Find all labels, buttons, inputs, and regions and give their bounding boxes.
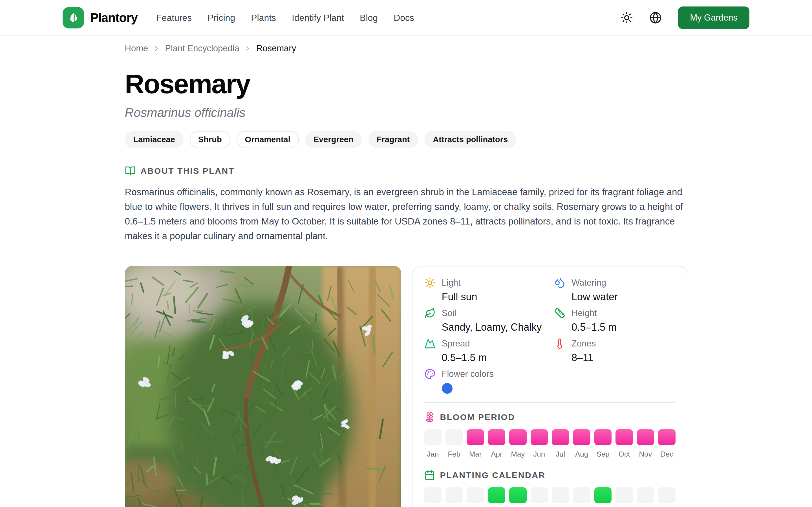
- tag-evergreen[interactable]: Evergreen: [305, 131, 362, 148]
- bloom-month-cell-jun: [530, 429, 548, 445]
- bloom-month-cell-dec: [658, 429, 675, 445]
- attribute-header: Light: [424, 277, 546, 288]
- main-content: HomePlant EncyclopediaRosemary Rosemary …: [125, 43, 688, 507]
- planting-month-cell-dec: [658, 487, 675, 503]
- about-section-header: ABOUT THIS PLANT: [125, 166, 688, 176]
- attribute-watering: WateringLow water: [554, 277, 675, 303]
- bloom-month-cell-sep: [594, 429, 612, 445]
- bloom-month-cell-may: [509, 429, 526, 445]
- top-navbar: Plantory FeaturesPricingPlantsIdentify P…: [0, 0, 812, 36]
- month-label: Aug: [573, 450, 590, 459]
- tag-lamiaceae[interactable]: Lamiaceae: [125, 131, 184, 148]
- planting-calendar-header: PLANTING CALENDAR: [424, 470, 675, 481]
- attribute-header: Spread: [424, 338, 546, 349]
- attribute-header: Soil: [424, 307, 546, 319]
- attribute-value: 0.5–1.5 m: [571, 321, 675, 334]
- tag-ornamental[interactable]: Ornamental: [237, 131, 299, 148]
- month-label: Sep: [594, 450, 612, 459]
- month-label: Oct: [615, 450, 633, 459]
- my-gardens-button[interactable]: My Gardens: [678, 6, 749, 29]
- attribute-label: Watering: [571, 278, 606, 288]
- month-label: Jul: [552, 450, 569, 459]
- bloom-period-section: BLOOM PERIOD JanFebMarAprMayJunJulAugSep…: [424, 412, 675, 459]
- bloom-month-cell-aug: [573, 429, 590, 445]
- nav-link-docs[interactable]: Docs: [394, 13, 414, 23]
- bloom-month-cell-jan: [424, 429, 442, 445]
- attribute-label: Height: [571, 308, 597, 318]
- planting-month-cell-jun: [530, 487, 548, 503]
- bloom-month-cell-apr: [488, 429, 505, 445]
- attribute-value: 0.5–1.5 m: [442, 351, 546, 364]
- attribute-value: Low water: [571, 291, 675, 303]
- month-label: Jun: [530, 450, 548, 459]
- bloom-month-grid: [424, 429, 675, 445]
- bloom-period-heading: BLOOM PERIOD: [440, 412, 515, 422]
- language-button[interactable]: [649, 11, 662, 24]
- bloom-month-labels: JanFebMarAprMayJunJulAugSepOctNovDec: [424, 450, 675, 459]
- ruler-icon: [554, 307, 565, 319]
- planting-calendar-section: PLANTING CALENDAR JanFebMarAprMayJunJulA…: [424, 470, 675, 507]
- planting-month-cell-apr: [488, 487, 505, 503]
- month-label: May: [509, 450, 526, 459]
- palette-icon: [424, 369, 436, 380]
- brand-logo[interactable]: Plantory: [63, 7, 138, 29]
- attribute-header: Watering: [554, 277, 675, 288]
- nav-link-pricing[interactable]: Pricing: [207, 13, 235, 23]
- leaf-logo-icon: [63, 7, 84, 29]
- attribute-label: Zones: [571, 339, 596, 349]
- plant-photo-art: [125, 266, 401, 507]
- globe-icon: [649, 11, 662, 24]
- sun-icon: [620, 11, 633, 24]
- tag-fragrant[interactable]: Fragrant: [368, 131, 418, 148]
- breadcrumb: HomePlant EncyclopediaRosemary: [125, 43, 688, 54]
- mountain-icon: [424, 338, 436, 349]
- attribute-flower-colors: Flower colors: [424, 369, 546, 394]
- attribute-value: Sandy, Loamy, Chalky: [442, 321, 546, 334]
- month-label: Nov: [637, 450, 654, 459]
- brand-name: Plantory: [90, 11, 138, 25]
- theme-toggle-button[interactable]: [620, 11, 633, 24]
- bloom-period-header: BLOOM PERIOD: [424, 412, 675, 422]
- bloom-month-cell-nov: [637, 429, 654, 445]
- attribute-label: Light: [442, 278, 461, 288]
- tag-shrub[interactable]: Shrub: [190, 131, 231, 148]
- card-divider: [424, 402, 675, 403]
- month-label: Dec: [658, 450, 675, 459]
- breadcrumb-item-home[interactable]: Home: [125, 43, 148, 54]
- page: Plantory FeaturesPricingPlantsIdentify P…: [0, 0, 812, 507]
- bloom-month-cell-jul: [552, 429, 569, 445]
- bloom-month-cell-feb: [446, 429, 463, 445]
- planting-month-cell-feb: [446, 487, 463, 503]
- flower-color-swatch: [442, 383, 453, 394]
- nav-link-features[interactable]: Features: [156, 13, 192, 23]
- nav-link-plants[interactable]: Plants: [251, 13, 276, 23]
- tag-attracts-pollinators[interactable]: Attracts pollinators: [424, 131, 516, 148]
- attribute-label: Flower colors: [442, 369, 494, 379]
- month-label: Mar: [467, 450, 484, 459]
- attribute-label: Soil: [442, 308, 456, 318]
- plant-photo[interactable]: 28/30: [125, 266, 401, 507]
- main-nav: FeaturesPricingPlantsIdentify PlantBlogD…: [156, 13, 414, 23]
- droplets-icon: [554, 277, 565, 288]
- attribute-zones: Zones8–11: [554, 338, 675, 364]
- attribute-header: Flower colors: [424, 369, 546, 380]
- bloom-month-cell-mar: [467, 429, 484, 445]
- calendar-icon: [424, 470, 435, 481]
- about-heading: ABOUT THIS PLANT: [141, 166, 235, 176]
- attribute-label: Spread: [442, 339, 470, 349]
- breadcrumb-item-plant-encyclopedia[interactable]: Plant Encyclopedia: [165, 43, 239, 54]
- thermometer-icon: [554, 338, 565, 349]
- chevron-right-icon: [244, 45, 252, 52]
- attribute-soil: SoilSandy, Loamy, Chalky: [424, 307, 546, 334]
- attribute-header: Zones: [554, 338, 675, 349]
- sun-icon: [424, 277, 436, 288]
- nav-link-blog[interactable]: Blog: [360, 13, 378, 23]
- bloom-month-cell-oct: [615, 429, 633, 445]
- page-title: Rosemary: [125, 70, 688, 98]
- breadcrumb-item-rosemary: Rosemary: [256, 43, 296, 54]
- plant-info-card: LightFull sunWateringLow waterSoilSandy,…: [412, 266, 688, 507]
- planting-month-cell-aug: [573, 487, 590, 503]
- planting-month-cell-oct: [615, 487, 633, 503]
- nav-link-identify-plant[interactable]: Identify Plant: [292, 13, 344, 23]
- month-label: Apr: [488, 450, 505, 459]
